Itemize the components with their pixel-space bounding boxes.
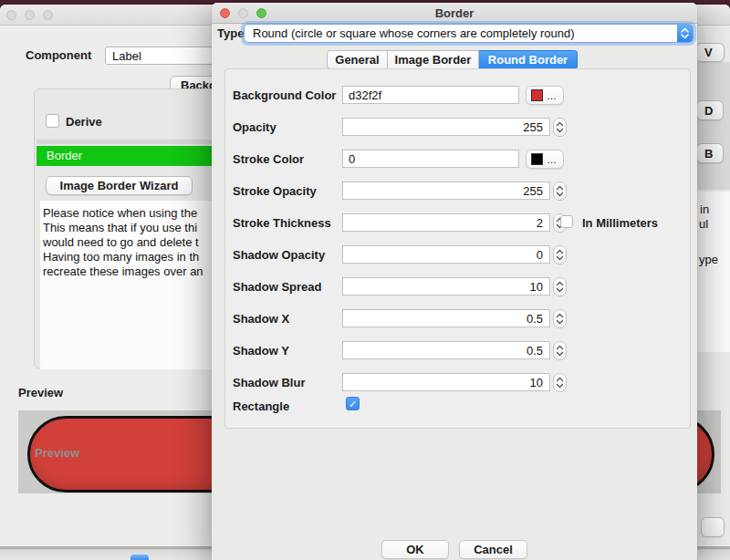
border-dialog: Border Type Round (circle or square whos… bbox=[212, 3, 697, 560]
tab-image-border[interactable]: Image Border bbox=[388, 50, 479, 69]
combo-arrows-icon[interactable] bbox=[677, 25, 693, 42]
screen: Component Label Background Derive Border… bbox=[0, 0, 730, 560]
stroke-thickness-input[interactable] bbox=[342, 213, 550, 232]
notice-fragment: ype bbox=[699, 253, 718, 266]
in-millimeters-checkbox[interactable] bbox=[560, 215, 573, 228]
shadow-opacity-stepper[interactable] bbox=[553, 245, 567, 264]
form-row-stroke-thickness: Stroke Thickness In Millimeters bbox=[225, 213, 690, 235]
field-label: Background Color bbox=[233, 88, 336, 102]
color-chip bbox=[531, 89, 543, 101]
notice-line: Please notice when using the bbox=[43, 206, 197, 220]
field-label: Shadow X bbox=[233, 312, 289, 326]
shadow-opacity-input[interactable] bbox=[342, 245, 550, 264]
list-divider bbox=[36, 140, 219, 144]
round-border-form: Background Color … Opacity Stroke Color bbox=[224, 68, 691, 429]
dialog-title: Border bbox=[212, 6, 697, 20]
type-label: Type bbox=[217, 26, 244, 40]
check-icon: ✓ bbox=[349, 399, 357, 410]
form-row-stroke-opacity: Stroke Opacity bbox=[225, 181, 690, 203]
form-row-shadow-opacity: Shadow Opacity bbox=[225, 245, 690, 267]
right-group-panel-fragment bbox=[697, 62, 730, 190]
shadow-y-input[interactable] bbox=[342, 341, 550, 359]
ellipsis-icon: … bbox=[547, 91, 557, 100]
form-row-shadow-x: Shadow X bbox=[225, 309, 690, 331]
notice-fragment: ul bbox=[699, 217, 708, 231]
stroke-opacity-input[interactable] bbox=[342, 181, 550, 200]
notice-line: would need to go and delete t bbox=[43, 235, 199, 249]
in-millimeters-label: In Millimeters bbox=[582, 216, 658, 230]
form-row-stroke-color: Stroke Color … bbox=[225, 150, 690, 171]
shadow-blur-input[interactable] bbox=[342, 373, 550, 391]
preview-pill-label: Preview bbox=[35, 446, 79, 460]
background-color-input[interactable] bbox=[342, 86, 519, 104]
field-label: Opacity bbox=[233, 120, 276, 134]
zoom-button[interactable] bbox=[43, 10, 53, 20]
opacity-stepper[interactable] bbox=[553, 118, 567, 137]
form-row-rectangle: Rectangle ✓ bbox=[225, 397, 690, 419]
component-select[interactable]: Label bbox=[105, 47, 215, 65]
stroke-color-input[interactable] bbox=[342, 150, 519, 168]
form-row-background-color: Background Color … bbox=[225, 86, 690, 108]
ellipsis-icon: … bbox=[547, 155, 557, 164]
field-label: Shadow Y bbox=[233, 344, 289, 358]
field-label: Stroke Thickness bbox=[233, 216, 331, 230]
opacity-input[interactable] bbox=[342, 118, 550, 136]
notice-line: recreate these images over an bbox=[43, 264, 203, 278]
tab-round-border[interactable]: Round Border bbox=[479, 50, 578, 69]
right-notice-fragment: in ul ype bbox=[697, 192, 730, 352]
field-label: Shadow Opacity bbox=[233, 248, 325, 262]
shadow-blur-stepper[interactable] bbox=[553, 373, 567, 392]
border-list-item[interactable]: Border bbox=[36, 146, 219, 166]
image-border-wizard-button[interactable]: Image Border Wizard bbox=[46, 176, 193, 195]
rectangle-checkbox[interactable]: ✓ bbox=[346, 397, 360, 410]
tab-bar: General Image Border Round Border bbox=[327, 50, 578, 69]
preview-section-label: Preview bbox=[18, 386, 63, 399]
form-row-opacity: Opacity bbox=[225, 118, 690, 140]
shadow-x-input[interactable] bbox=[342, 309, 550, 327]
color-chip bbox=[531, 153, 543, 165]
derive-label: Derive bbox=[66, 115, 102, 129]
shadow-y-stepper[interactable] bbox=[553, 341, 567, 360]
close-button[interactable] bbox=[6, 10, 16, 20]
shadow-spread-input[interactable] bbox=[342, 277, 550, 296]
background-color-picker-button[interactable]: … bbox=[526, 86, 564, 105]
field-label: Shadow Blur bbox=[233, 376, 305, 389]
type-select[interactable]: Round (circle or square whose corners ar… bbox=[244, 24, 694, 43]
derive-checkbox[interactable] bbox=[46, 114, 59, 128]
cut-button-d[interactable]: D bbox=[696, 100, 724, 120]
cut-button-v[interactable]: V bbox=[695, 43, 725, 62]
field-label: Stroke Color bbox=[233, 152, 304, 166]
form-row-shadow-y: Shadow Y bbox=[225, 341, 690, 363]
minimize-button[interactable] bbox=[25, 10, 35, 20]
tab-general[interactable]: General bbox=[327, 50, 388, 69]
component-label: Component bbox=[26, 48, 91, 62]
stroke-color-picker-button[interactable]: … bbox=[526, 150, 564, 169]
notice-fragment: in bbox=[700, 202, 709, 216]
ok-button[interactable]: OK bbox=[381, 540, 449, 559]
shadow-x-stepper[interactable] bbox=[553, 309, 567, 328]
field-label: Stroke Opacity bbox=[233, 184, 317, 198]
field-label: Rectangle bbox=[233, 399, 289, 413]
notice-line: Having too many images in th bbox=[43, 250, 199, 264]
type-select-value: Round (circle or square whose corners ar… bbox=[253, 26, 575, 40]
cancel-button[interactable]: Cancel bbox=[459, 540, 527, 559]
form-row-shadow-blur: Shadow Blur bbox=[225, 373, 690, 395]
stroke-opacity-stepper[interactable] bbox=[553, 181, 567, 201]
notice-text-block: Please notice when using the This means … bbox=[40, 201, 219, 369]
notice-line: This means that if you use thi bbox=[43, 221, 197, 234]
shadow-spread-stepper[interactable] bbox=[553, 277, 567, 296]
cut-button-b[interactable]: B bbox=[696, 143, 724, 163]
cut-default-button-fragment[interactable] bbox=[130, 555, 149, 560]
cut-button-bottom-right[interactable] bbox=[701, 517, 725, 537]
form-row-shadow-spread: Shadow Spread bbox=[225, 277, 690, 299]
field-label: Shadow Spread bbox=[233, 280, 322, 294]
